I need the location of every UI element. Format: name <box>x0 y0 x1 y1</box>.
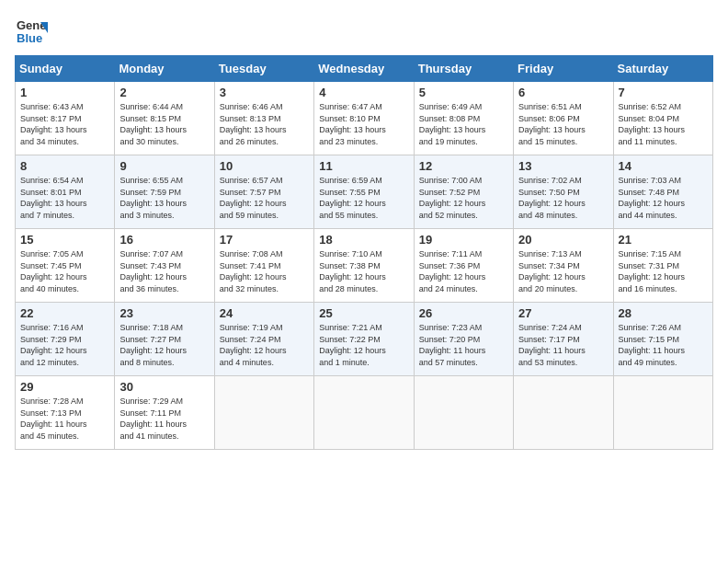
calendar-cell: 30Sunrise: 7:29 AM Sunset: 7:11 PM Dayli… <box>115 376 214 450</box>
day-header-wednesday: Wednesday <box>314 56 414 82</box>
calendar-cell: 27Sunrise: 7:24 AM Sunset: 7:17 PM Dayli… <box>514 303 613 376</box>
day-info: Sunrise: 7:02 AM Sunset: 7:50 PM Dayligh… <box>518 175 608 221</box>
day-number: 3 <box>220 86 309 99</box>
day-number: 21 <box>619 233 708 247</box>
day-number: 12 <box>419 159 508 173</box>
day-number: 29 <box>20 380 109 394</box>
day-info: Sunrise: 7:15 AM Sunset: 7:31 PM Dayligh… <box>619 248 708 294</box>
day-number: 19 <box>419 233 508 247</box>
week-row-2: 8Sunrise: 6:54 AM Sunset: 8:01 PM Daylig… <box>16 155 713 229</box>
day-number: 20 <box>518 233 608 247</box>
calendar-cell <box>314 376 414 450</box>
days-header-row: SundayMondayTuesdayWednesdayThursdayFrid… <box>16 56 713 82</box>
day-number: 1 <box>20 86 109 99</box>
day-info: Sunrise: 7:13 AM Sunset: 7:34 PM Dayligh… <box>518 248 608 294</box>
day-number: 22 <box>20 306 109 320</box>
day-number: 2 <box>119 86 209 99</box>
day-number: 15 <box>20 233 109 247</box>
calendar-cell: 29Sunrise: 7:28 AM Sunset: 7:13 PM Dayli… <box>16 376 115 450</box>
week-row-5: 29Sunrise: 7:28 AM Sunset: 7:13 PM Dayli… <box>16 376 713 450</box>
day-info: Sunrise: 6:47 AM Sunset: 8:10 PM Dayligh… <box>319 101 408 147</box>
day-number: 26 <box>419 306 508 320</box>
day-header-sunday: Sunday <box>16 56 115 82</box>
calendar-table: SundayMondayTuesdayWednesdayThursdayFrid… <box>15 55 713 450</box>
calendar-cell: 10Sunrise: 6:57 AM Sunset: 7:57 PM Dayli… <box>214 155 313 229</box>
week-row-1: 1Sunrise: 6:43 AM Sunset: 8:17 PM Daylig… <box>16 82 713 155</box>
day-number: 6 <box>518 86 608 99</box>
day-number: 23 <box>119 306 209 320</box>
day-number: 27 <box>518 306 608 320</box>
day-number: 11 <box>319 159 408 173</box>
day-number: 13 <box>518 159 608 173</box>
calendar-cell: 9Sunrise: 6:55 AM Sunset: 7:59 PM Daylig… <box>115 155 214 229</box>
calendar-cell: 3Sunrise: 6:46 AM Sunset: 8:13 PM Daylig… <box>214 82 313 155</box>
day-info: Sunrise: 7:08 AM Sunset: 7:41 PM Dayligh… <box>220 248 309 294</box>
calendar-cell: 20Sunrise: 7:13 AM Sunset: 7:34 PM Dayli… <box>514 229 613 303</box>
calendar-cell: 16Sunrise: 7:07 AM Sunset: 7:43 PM Dayli… <box>115 229 214 303</box>
day-info: Sunrise: 7:21 AM Sunset: 7:22 PM Dayligh… <box>319 322 408 368</box>
calendar-cell <box>514 376 613 450</box>
day-info: Sunrise: 7:16 AM Sunset: 7:29 PM Dayligh… <box>20 322 109 368</box>
calendar-cell: 15Sunrise: 7:05 AM Sunset: 7:45 PM Dayli… <box>16 229 115 303</box>
day-header-tuesday: Tuesday <box>214 56 313 82</box>
day-info: Sunrise: 6:52 AM Sunset: 8:04 PM Dayligh… <box>619 101 708 147</box>
day-info: Sunrise: 7:28 AM Sunset: 7:13 PM Dayligh… <box>20 396 109 442</box>
day-info: Sunrise: 6:51 AM Sunset: 8:06 PM Dayligh… <box>518 101 608 147</box>
week-row-3: 15Sunrise: 7:05 AM Sunset: 7:45 PM Dayli… <box>16 229 713 303</box>
day-info: Sunrise: 6:43 AM Sunset: 8:17 PM Dayligh… <box>20 101 109 147</box>
calendar-cell: 4Sunrise: 6:47 AM Sunset: 8:10 PM Daylig… <box>314 82 414 155</box>
calendar-cell: 8Sunrise: 6:54 AM Sunset: 8:01 PM Daylig… <box>16 155 115 229</box>
svg-text:Blue: Blue <box>17 31 42 45</box>
day-info: Sunrise: 7:19 AM Sunset: 7:24 PM Dayligh… <box>220 322 309 368</box>
day-number: 10 <box>220 159 309 173</box>
day-number: 18 <box>319 233 408 247</box>
calendar-cell: 18Sunrise: 7:10 AM Sunset: 7:38 PM Dayli… <box>314 229 414 303</box>
calendar-cell: 14Sunrise: 7:03 AM Sunset: 7:48 PM Dayli… <box>613 155 712 229</box>
day-number: 9 <box>119 159 209 173</box>
calendar-cell: 23Sunrise: 7:18 AM Sunset: 7:27 PM Dayli… <box>115 303 214 376</box>
calendar-cell: 13Sunrise: 7:02 AM Sunset: 7:50 PM Dayli… <box>514 155 613 229</box>
calendar-cell: 24Sunrise: 7:19 AM Sunset: 7:24 PM Dayli… <box>214 303 313 376</box>
day-info: Sunrise: 7:11 AM Sunset: 7:36 PM Dayligh… <box>419 248 508 294</box>
day-info: Sunrise: 6:46 AM Sunset: 8:13 PM Dayligh… <box>220 101 309 147</box>
day-number: 17 <box>220 233 309 247</box>
calendar-cell: 22Sunrise: 7:16 AM Sunset: 7:29 PM Dayli… <box>16 303 115 376</box>
day-number: 4 <box>319 86 408 99</box>
calendar-cell: 5Sunrise: 6:49 AM Sunset: 8:08 PM Daylig… <box>414 82 513 155</box>
day-info: Sunrise: 6:54 AM Sunset: 8:01 PM Dayligh… <box>20 175 109 221</box>
day-info: Sunrise: 6:57 AM Sunset: 7:57 PM Dayligh… <box>220 175 309 221</box>
calendar-cell: 1Sunrise: 6:43 AM Sunset: 8:17 PM Daylig… <box>16 82 115 155</box>
calendar-cell: 17Sunrise: 7:08 AM Sunset: 7:41 PM Dayli… <box>214 229 313 303</box>
calendar-cell: 21Sunrise: 7:15 AM Sunset: 7:31 PM Dayli… <box>613 229 712 303</box>
calendar-cell: 19Sunrise: 7:11 AM Sunset: 7:36 PM Dayli… <box>414 229 513 303</box>
day-info: Sunrise: 7:10 AM Sunset: 7:38 PM Dayligh… <box>319 248 408 294</box>
calendar-cell: 7Sunrise: 6:52 AM Sunset: 8:04 PM Daylig… <box>613 82 712 155</box>
day-number: 8 <box>20 159 109 173</box>
day-header-friday: Friday <box>514 56 613 82</box>
calendar-cell: 6Sunrise: 6:51 AM Sunset: 8:06 PM Daylig… <box>514 82 613 155</box>
calendar-cell: 28Sunrise: 7:26 AM Sunset: 7:15 PM Dayli… <box>613 303 712 376</box>
calendar-cell: 2Sunrise: 6:44 AM Sunset: 8:15 PM Daylig… <box>115 82 214 155</box>
day-info: Sunrise: 6:55 AM Sunset: 7:59 PM Dayligh… <box>119 175 209 221</box>
calendar-cell <box>214 376 313 450</box>
week-row-4: 22Sunrise: 7:16 AM Sunset: 7:29 PM Dayli… <box>16 303 713 376</box>
day-header-monday: Monday <box>115 56 214 82</box>
day-info: Sunrise: 7:00 AM Sunset: 7:52 PM Dayligh… <box>419 175 508 221</box>
day-info: Sunrise: 7:24 AM Sunset: 7:17 PM Dayligh… <box>518 322 608 368</box>
day-number: 16 <box>119 233 209 247</box>
day-info: Sunrise: 7:03 AM Sunset: 7:48 PM Dayligh… <box>619 175 708 221</box>
day-number: 14 <box>619 159 708 173</box>
day-number: 5 <box>419 86 508 99</box>
calendar-cell: 12Sunrise: 7:00 AM Sunset: 7:52 PM Dayli… <box>414 155 513 229</box>
day-number: 25 <box>319 306 408 320</box>
day-info: Sunrise: 6:59 AM Sunset: 7:55 PM Dayligh… <box>319 175 408 221</box>
day-number: 24 <box>220 306 309 320</box>
day-number: 7 <box>619 86 708 99</box>
day-info: Sunrise: 6:44 AM Sunset: 8:15 PM Dayligh… <box>119 101 209 147</box>
day-number: 30 <box>119 380 209 394</box>
day-info: Sunrise: 7:18 AM Sunset: 7:27 PM Dayligh… <box>119 322 209 368</box>
calendar-cell: 26Sunrise: 7:23 AM Sunset: 7:20 PM Dayli… <box>414 303 513 376</box>
day-info: Sunrise: 7:26 AM Sunset: 7:15 PM Dayligh… <box>619 322 708 368</box>
calendar-cell: 11Sunrise: 6:59 AM Sunset: 7:55 PM Dayli… <box>314 155 414 229</box>
day-header-saturday: Saturday <box>613 56 712 82</box>
